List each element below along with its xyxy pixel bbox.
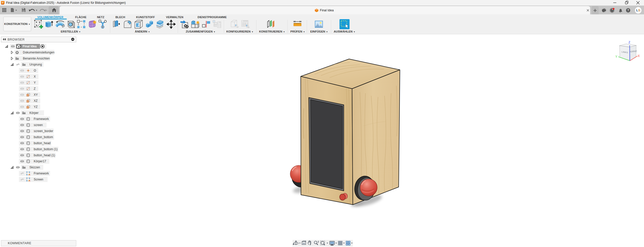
svg-text:?: ? bbox=[627, 9, 629, 12]
svg-text:X: X bbox=[638, 54, 640, 58]
svg-text:Y: Y bbox=[615, 55, 617, 58]
svg-text:Z: Z bbox=[628, 41, 630, 44]
svg-text:F: F bbox=[2, 2, 4, 4]
